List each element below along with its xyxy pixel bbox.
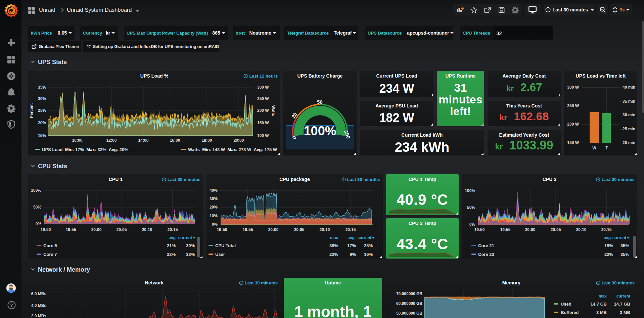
svg-text:?: ? <box>10 303 13 308</box>
